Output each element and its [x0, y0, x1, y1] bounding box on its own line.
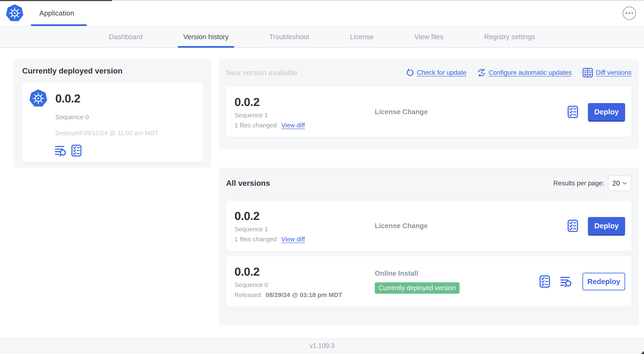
tab-label: Troubleshoot — [269, 33, 309, 41]
checklist-icon — [567, 106, 578, 118]
tab-view-files[interactable]: View files — [409, 26, 449, 47]
new-version-title: New version available — [226, 69, 297, 77]
app-tab-underline — [31, 24, 87, 26]
kubernetes-logo — [6, 4, 24, 22]
tab-license[interactable]: License — [344, 26, 379, 47]
checklist-icon — [567, 219, 578, 232]
results-per-page-value: 20 — [612, 179, 620, 187]
ellipsis-icon — [625, 12, 634, 15]
tab-troubleshoot[interactable]: Troubleshoot — [264, 26, 315, 47]
all-versions-section: All versions Results per page: 20 0.0.2 … — [219, 168, 638, 325]
app-tab[interactable]: Application — [39, 0, 74, 26]
action-label: Diff versions — [596, 69, 632, 77]
tab-label: Registry settings — [484, 33, 535, 41]
results-per-page-select[interactable]: 20 — [608, 176, 632, 191]
logs-icon — [560, 276, 573, 287]
overflow-menu-button[interactable] — [623, 7, 636, 20]
currently-deployed-section: Currently deployed version — [14, 59, 212, 168]
results-per-page-label: Results per page: — [553, 180, 604, 187]
diff-icon — [582, 68, 593, 78]
tab-label: Dashboard — [109, 33, 142, 41]
version-number: 0.0.2 — [234, 209, 375, 223]
version-sequence: Sequence 1 — [234, 112, 375, 119]
current-deployed-timestamp: Deployed 09/11/24 @ 11:02 am MDT — [55, 129, 196, 137]
active-tab-underline — [178, 46, 234, 48]
currently-deployed-card: 0.0.2 Sequence 0 Deployed 09/11/24 @ 11:… — [22, 83, 203, 162]
app-header: Application — [0, 0, 644, 26]
new-version-card: 0.0.2 Sequence 1 1 files changed View di… — [226, 87, 632, 137]
check-for-update-link[interactable]: Check for update — [406, 69, 466, 77]
preflight-checks-button[interactable] — [539, 275, 550, 288]
console-version: v1.109.3 — [310, 342, 334, 349]
action-label: Check for update — [417, 69, 466, 77]
version-row: 0.0.2 Sequence 1 1 files changed View di… — [226, 201, 632, 251]
configure-automatic-updates-link[interactable]: Configure automatic updates — [477, 69, 572, 77]
version-sequence: Sequence 1 — [234, 226, 375, 233]
action-label: Configure automatic updates — [489, 69, 572, 77]
tab-label: License — [350, 33, 374, 41]
version-source-label: License Change — [375, 108, 567, 116]
tab-label: View files — [414, 33, 444, 41]
currently-deployed-title: Currently deployed version — [22, 67, 203, 75]
refresh-icon — [406, 69, 414, 77]
tab-version-history[interactable]: Version history — [178, 26, 234, 47]
kubernetes-app-icon — [29, 89, 48, 108]
admin-console-page: Application Dashboard Version history Tr… — [0, 0, 644, 354]
currently-deployed-badge: Currently deployed version — [375, 282, 460, 294]
version-row: 0.0.2 Sequence 0 Released 08/29/24 @ 03:… — [226, 256, 632, 307]
version-source-label: Online Install — [375, 269, 539, 277]
redeploy-button[interactable]: Redeploy — [582, 273, 625, 290]
released-timestamp: 08/29/24 @ 03:18 pm MDT — [266, 291, 342, 298]
version-source-label: License Change — [375, 222, 567, 230]
new-version-section: New version available Check for update — [219, 59, 638, 149]
checklist-icon — [71, 145, 82, 157]
tab-label: Version history — [184, 33, 228, 41]
chevron-down-icon — [622, 182, 627, 185]
released-label: Released — [234, 291, 261, 298]
preflight-checks-button[interactable] — [71, 145, 82, 157]
files-changed-label: 1 files changed — [234, 122, 277, 129]
preflight-checks-button[interactable] — [567, 219, 578, 232]
files-changed-label: 1 files changed — [234, 236, 277, 243]
logs-icon — [54, 145, 68, 156]
console-footer: v1.109.3 — [0, 338, 644, 354]
deploy-button[interactable]: Deploy — [588, 217, 625, 235]
tab-registry-settings[interactable]: Registry settings — [478, 26, 540, 47]
current-version-number: 0.0.2 — [55, 92, 80, 105]
tab-dashboard[interactable]: Dashboard — [104, 26, 148, 47]
view-deploy-logs-button[interactable] — [54, 145, 68, 156]
view-deploy-logs-button[interactable] — [560, 276, 573, 287]
diff-versions-link[interactable]: Diff versions — [582, 68, 632, 78]
view-diff-link[interactable]: View diff — [282, 236, 305, 243]
capture-top-strip-dark — [0, 0, 112, 1]
version-number: 0.0.2 — [234, 95, 375, 109]
view-diff-link[interactable]: View diff — [282, 122, 305, 129]
deploy-button[interactable]: Deploy — [588, 103, 625, 121]
current-sequence: Sequence 0 — [55, 114, 196, 121]
checklist-icon — [539, 275, 550, 288]
preflight-checks-button[interactable] — [567, 106, 578, 118]
all-versions-title: All versions — [226, 179, 270, 188]
section-tab-bar: Dashboard Version history Troubleshoot L… — [0, 26, 644, 48]
resize-grip — [641, 351, 644, 354]
version-sequence: Sequence 0 — [234, 281, 375, 288]
schedule-refresh-icon — [477, 69, 486, 77]
version-number: 0.0.2 — [234, 265, 375, 278]
